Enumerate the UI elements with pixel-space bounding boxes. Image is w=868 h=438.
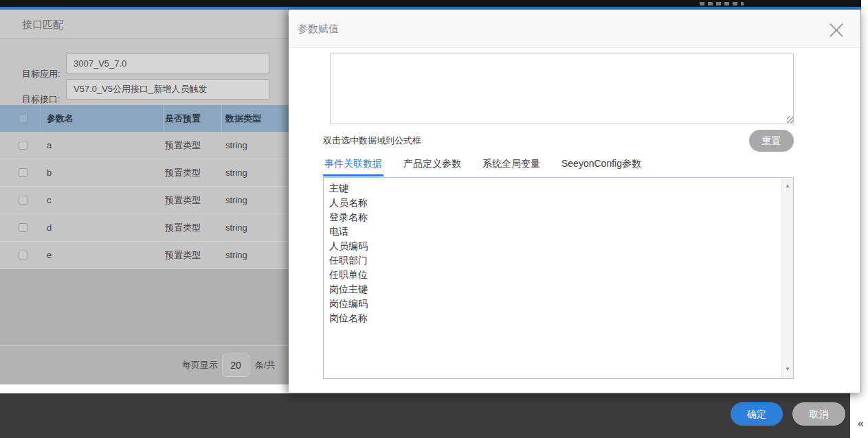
- row-checkbox[interactable]: [19, 141, 27, 150]
- vertical-scrollbar[interactable]: ▲ ▼: [781, 178, 793, 379]
- topbar-clipped-text: [700, 2, 744, 5]
- column-divider: [221, 105, 222, 132]
- param-assignment-dialog: 参数赋值 双击选中数据域到公式框 重置 事件关联数据 产品定义参数 系统全局变量…: [289, 10, 861, 393]
- tab-seeyon-config[interactable]: SeeyonConfig参数: [560, 158, 643, 176]
- list-item[interactable]: 主键: [329, 181, 777, 196]
- data-field-list: 主键 人员名称 登录名称 电话 人员编码 任职部门 任职单位 岗位主键 岗位编码…: [323, 177, 794, 379]
- table-row: c 预置类型 string: [0, 187, 289, 214]
- cell-datatype: string: [225, 132, 247, 159]
- assign-dialog-title: 参数赋值: [298, 10, 339, 48]
- table-row: e 预置类型 string: [0, 242, 289, 269]
- scroll-up-icon[interactable]: ▲: [782, 183, 793, 189]
- list-item[interactable]: 人员名称: [329, 196, 777, 210]
- list-item[interactable]: 岗位编码: [329, 297, 777, 311]
- table-empty-area: [0, 269, 289, 345]
- cell-preset: 预置类型: [165, 187, 201, 214]
- cell-datatype: string: [225, 159, 247, 186]
- row-checkbox[interactable]: [19, 251, 27, 260]
- list-item[interactable]: 岗位主键: [329, 282, 777, 297]
- list-item[interactable]: 任职部门: [329, 253, 777, 268]
- cell-datatype: string: [225, 187, 247, 214]
- select-all-checkbox[interactable]: [19, 114, 27, 123]
- cell-preset: 预置类型: [165, 242, 201, 268]
- table-row: a 预置类型 string: [0, 132, 289, 159]
- target-interface-label: 目标接口:: [22, 93, 60, 106]
- tab-event-data[interactable]: 事件关联数据: [323, 158, 383, 176]
- screen: 接口匹配 目标应用: 3007_V5_7.0 目标接口: V57.0_V5公用接…: [0, 0, 868, 438]
- top-dark-bar: [0, 0, 861, 7]
- footer-action-bar: 确定 取消: [0, 393, 850, 438]
- per-page-suffix: 条/共: [255, 346, 276, 384]
- target-app-field[interactable]: 3007_V5_7.0: [66, 54, 269, 74]
- list-item[interactable]: 人员编码: [329, 239, 777, 253]
- table-row: b 预置类型 string: [0, 159, 289, 187]
- row-checkbox[interactable]: [19, 168, 27, 177]
- cell-param-name: b: [47, 159, 52, 186]
- pagination-bar: 每页显示 20 条/共: [0, 346, 289, 384]
- confirm-button[interactable]: 确定: [731, 402, 783, 426]
- scroll-down-icon[interactable]: ▼: [782, 366, 793, 372]
- collapse-arrow-icon[interactable]: «: [858, 417, 864, 430]
- target-app-label: 目标应用:: [22, 68, 60, 80]
- col-param-name: 参数名: [47, 105, 74, 132]
- col-datatype: 数据类型: [225, 105, 261, 132]
- cell-param-name: c: [47, 187, 52, 214]
- row-checkbox[interactable]: [19, 223, 27, 232]
- list-item[interactable]: 电话: [329, 224, 777, 239]
- cell-preset: 预置类型: [165, 214, 201, 241]
- formula-input[interactable]: [330, 54, 794, 124]
- cell-datatype: string: [225, 214, 247, 241]
- close-icon[interactable]: [827, 21, 845, 39]
- per-page-label: 每页显示: [182, 346, 218, 384]
- tab-global-vars[interactable]: 系统全局变量: [481, 158, 542, 176]
- cell-datatype: string: [225, 242, 247, 268]
- reset-button[interactable]: 重置: [749, 130, 794, 152]
- column-divider: [41, 105, 41, 132]
- list-item[interactable]: 登录名称: [329, 210, 777, 224]
- cancel-button[interactable]: 取消: [792, 402, 845, 426]
- list-item[interactable]: 任职单位: [329, 268, 777, 282]
- assign-dialog-header: 参数赋值: [289, 10, 860, 48]
- col-preset: 是否预置: [165, 105, 201, 132]
- cell-param-name: d: [47, 214, 52, 241]
- interface-dialog-title: 接口匹配: [22, 10, 63, 39]
- param-table-body: a 预置类型 string b 预置类型 string c 预置类型 strin…: [0, 132, 289, 269]
- column-divider: [163, 105, 164, 132]
- param-table-header: 参数名 是否预置 数据类型: [0, 105, 289, 132]
- list-item[interactable]: 岗位名称: [329, 311, 777, 325]
- cell-preset: 预置类型: [165, 132, 201, 159]
- formula-hint-text: 双击选中数据域到公式框: [323, 135, 421, 147]
- table-row: d 预置类型 string: [0, 214, 289, 242]
- cell-param-name: a: [47, 132, 52, 159]
- cell-param-name: e: [47, 242, 52, 268]
- tab-product-params[interactable]: 产品定义参数: [402, 158, 463, 176]
- interface-dialog-header: 接口匹配: [0, 10, 289, 39]
- cell-preset: 预置类型: [165, 159, 201, 186]
- data-source-tabs: 事件关联数据 产品定义参数 系统全局变量 SeeyonConfig参数: [323, 158, 643, 176]
- target-interface-field[interactable]: V57.0_V5公用接口_新增人员触发: [66, 79, 269, 100]
- resize-grip-icon[interactable]: [787, 116, 793, 123]
- row-checkbox[interactable]: [19, 196, 27, 205]
- interface-matching-dialog: 接口匹配 目标应用: 3007_V5_7.0 目标接口: V57.0_V5公用接…: [0, 10, 289, 384]
- per-page-input[interactable]: 20: [222, 354, 249, 377]
